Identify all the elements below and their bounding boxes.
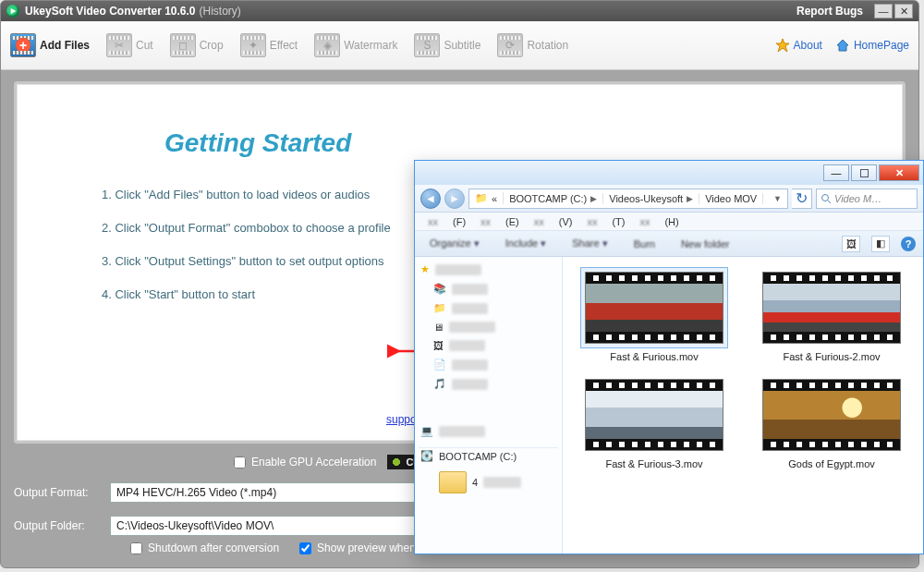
about-label: About xyxy=(794,39,822,52)
nav-forward-button[interactable]: ► xyxy=(444,189,465,209)
explorer-maximize-button[interactable] xyxy=(851,164,877,181)
main-toolbar: Add Files ✂ Cut ◻ Crop ✦ Effect ◈ Waterm… xyxy=(1,21,918,70)
refresh-button[interactable]: ↻ xyxy=(792,189,812,209)
menu-edit[interactable]: (E) xyxy=(500,216,525,227)
tree-folder[interactable]: 4 xxx xyxy=(419,469,558,495)
drive-icon: 💽 xyxy=(420,450,433,462)
crop-icon: ◻ xyxy=(170,33,196,57)
tree-item[interactable]: 💻xxxx xyxy=(419,424,558,438)
menu-tools[interactable]: (T) xyxy=(606,216,630,227)
file-item[interactable]: Fast & Furious-3.mov xyxy=(570,375,738,469)
app-title-suffix: (History) xyxy=(200,5,241,18)
cut-label: Cut xyxy=(136,39,153,52)
file-thumbnail xyxy=(762,272,901,344)
report-bugs-link[interactable]: Report Bugs xyxy=(796,5,863,18)
explorer-search-input[interactable]: Video M… xyxy=(816,189,918,209)
breadcrumb[interactable]: 📁« BOOTCAMP (C:)▶ Videos-Ukeysoft▶ Video… xyxy=(468,189,788,209)
music-icon: 🎵 xyxy=(433,378,446,390)
subtitle-button[interactable]: S Subtitle xyxy=(414,33,480,57)
close-button[interactable] xyxy=(894,4,913,18)
tree-item[interactable]: 🎵xx xyxy=(432,377,558,391)
explorer-close-button[interactable] xyxy=(879,164,919,181)
homepage-link[interactable]: HomePage xyxy=(835,38,909,53)
tree-item[interactable]: 📄xx xyxy=(432,358,558,371)
file-explorer-window: ◄ ► 📁« BOOTCAMP (C:)▶ Videos-Ukeysoft▶ V… xyxy=(414,160,924,554)
organize-menu[interactable]: Organize xyxy=(422,237,487,249)
file-item[interactable]: Fast & Furious.mov xyxy=(570,268,738,362)
folder-count: 4 xyxy=(472,477,478,488)
gpu-row: Enable GPU Acceleration CU xyxy=(234,455,426,469)
help-button[interactable]: ? xyxy=(901,237,916,251)
tree-drive[interactable]: 💽 BOOTCAMP (C:) xyxy=(419,447,558,464)
nav-back-button[interactable]: ◄ xyxy=(420,189,441,209)
menu-help[interactable]: (H) xyxy=(659,216,684,227)
output-folder-label: Output Folder: xyxy=(14,519,110,532)
preview-pane-button[interactable]: ◧ xyxy=(871,236,890,252)
add-files-icon xyxy=(10,33,36,57)
cut-button[interactable]: ✂ Cut xyxy=(106,33,153,57)
preview-checkbox[interactable] xyxy=(299,542,311,554)
tree-favorites[interactable]: ★xxxx xyxy=(419,262,558,276)
watermark-label: Watermark xyxy=(344,39,397,52)
output-folder-input[interactable]: C:\Videos-Ukeysoft\Video MOV\ xyxy=(110,516,439,536)
crop-button[interactable]: ◻ Crop xyxy=(170,33,224,57)
menu-item[interactable]: xx xyxy=(422,216,444,227)
rotation-label: Rotation xyxy=(527,39,568,52)
getting-started-title: Getting Started xyxy=(164,128,903,158)
shutdown-option[interactable]: Shutdown after conversion xyxy=(130,542,279,554)
tree-item[interactable]: 🖼xx xyxy=(432,339,558,352)
explorer-address-bar: ◄ ► 📁« BOOTCAMP (C:)▶ Videos-Ukeysoft▶ V… xyxy=(415,185,923,213)
tree-item[interactable]: 🖥xxxx xyxy=(432,321,558,334)
minimize-button[interactable] xyxy=(874,4,893,18)
file-name: Gods of Egypt.mov xyxy=(788,458,875,469)
explorer-minimize-button[interactable] xyxy=(823,164,849,181)
shutdown-label: Shutdown after conversion xyxy=(148,542,279,554)
svg-point-3 xyxy=(822,194,829,201)
explorer-titlebar xyxy=(415,161,923,185)
share-menu[interactable]: Share xyxy=(565,237,614,249)
file-item[interactable]: Fast & Furious-2.mov xyxy=(748,268,916,362)
about-link[interactable]: About xyxy=(775,38,822,53)
explorer-tree: ★xxxx 📚xx 📁xx 🖥xxxx 🖼xx 📄xx 🎵xx 💻xxxx 💽 … xyxy=(415,257,563,554)
menu-item[interactable]: xx xyxy=(475,216,496,227)
rotation-button[interactable]: ⟳ Rotation xyxy=(497,33,568,57)
gpu-checkbox[interactable] xyxy=(234,456,246,469)
include-menu[interactable]: Include xyxy=(498,237,554,249)
titlebar: UkeySoft Video Converter 10.6.0 (History… xyxy=(1,1,918,21)
svg-marker-0 xyxy=(11,8,17,14)
view-mode-button[interactable]: 🖼 xyxy=(842,236,860,252)
add-files-button[interactable]: Add Files xyxy=(10,33,90,57)
crop-label: Crop xyxy=(200,39,224,52)
output-format-combobox[interactable]: MP4 HEVC/H.265 Video (*.mp4) xyxy=(110,482,439,503)
monitor-icon: 🖥 xyxy=(433,322,444,333)
output-format-row: Output Format: MP4 HEVC/H.265 Video (*.m… xyxy=(14,482,439,503)
breadcrumb-seg-0[interactable]: BOOTCAMP (C:) xyxy=(509,193,587,204)
newfolder-button[interactable]: New folder xyxy=(674,238,737,249)
library-icon: 📚 xyxy=(433,283,446,295)
breadcrumb-seg-1[interactable]: Videos-Ukeysoft xyxy=(609,193,683,204)
burn-button[interactable]: Burn xyxy=(626,238,663,249)
menu-file[interactable]: (F) xyxy=(447,216,471,227)
effect-icon: ✦ xyxy=(240,33,266,57)
menu-item[interactable]: xx xyxy=(634,216,655,227)
menu-item[interactable]: xx xyxy=(581,216,602,227)
watermark-icon: ◈ xyxy=(314,33,340,57)
home-icon xyxy=(835,38,850,53)
output-folder-value: C:\Videos-Ukeysoft\Video MOV\ xyxy=(116,519,274,532)
folder-icon xyxy=(439,471,467,493)
file-item[interactable]: Gods of Egypt.mov xyxy=(748,375,916,469)
menu-item[interactable]: xx xyxy=(529,216,550,227)
watermark-button[interactable]: ◈ Watermark xyxy=(314,33,397,57)
star-icon: ★ xyxy=(420,263,430,275)
about-icon xyxy=(775,38,790,53)
shutdown-checkbox[interactable] xyxy=(130,542,142,554)
breadcrumb-seg-2[interactable]: Video MOV xyxy=(705,193,757,204)
rotation-icon: ⟳ xyxy=(497,33,523,57)
effect-button[interactable]: ✦ Effect xyxy=(240,33,298,57)
file-thumbnail xyxy=(762,379,901,451)
output-folder-row: Output Folder: C:\Videos-Ukeysoft\Video … xyxy=(14,516,439,536)
tree-item[interactable]: 📚xx xyxy=(432,282,558,296)
menu-view[interactable]: (V) xyxy=(553,216,578,227)
tree-item[interactable]: 📁xx xyxy=(432,301,558,315)
computer-icon: 💻 xyxy=(420,425,433,437)
